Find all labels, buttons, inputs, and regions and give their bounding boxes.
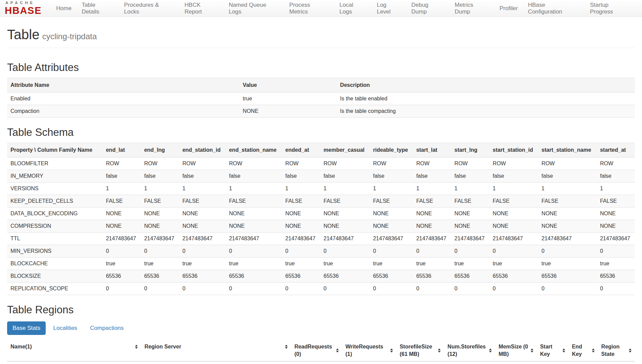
regions-column-label: Num.Storefiles (12) [447,343,488,358]
sort-up-arrow-icon [531,348,533,350]
region-cell [569,361,598,364]
sort-down-arrow-icon [438,351,441,353]
schema-heading: Table Schema [7,126,635,139]
attributes-column-attribute-name: Attribute Name [7,78,239,93]
regions-column-num-storefiles-12[interactable]: Num.Storefiles (12) [444,340,495,361]
regions-column-label: StorefileSize (61 MB) [400,343,437,358]
regions-column-readrequests-0[interactable]: ReadRequests (0) [291,340,342,361]
schema-cell: 65536 [538,270,597,283]
schema-cell: NONE [179,208,226,220]
schema-cell: NONE [451,208,489,220]
sort-up-arrow-icon [285,345,288,346]
schema-property: TTL [7,233,103,245]
region-cell: 0 MB [495,361,537,364]
schema-cell: 65536 [413,270,451,283]
regions-column-memsize-0-mb[interactable]: MemSize (0 MB) [495,340,537,361]
sort-icon [390,348,393,353]
region-row: cycling-tripdata,,1719475156245.e95d0a13… [7,361,635,364]
attribute-cell: Is the table enabled [337,93,635,105]
schema-cell: 65536 [451,270,489,283]
sort-down-arrow-icon [135,347,138,349]
page-subtitle: cycling-tripdata [42,32,97,41]
attribute-cell: true [239,93,337,105]
nav-item-home[interactable]: Home [51,0,76,17]
schema-column-end-lng: end_lng [141,143,179,157]
regions-column-region-server[interactable]: Region Server [141,340,291,361]
schema-cell: NONE [141,220,179,233]
schema-cell: 0 [489,283,538,295]
tab-base-stats[interactable]: Base Stats [7,321,46,335]
schema-cell: ROW [413,157,451,170]
schema-cell: 0 [370,283,413,295]
nav-item-log-level[interactable]: Log Level [372,0,406,17]
schema-cell: 0 [103,283,141,295]
schema-cell: 2147483647 [141,233,179,245]
regions-column-end-key[interactable]: End Key [569,340,598,361]
schema-cell: false [282,170,320,183]
sort-icon [531,348,533,353]
schema-cell: FALSE [538,195,597,208]
schema-row: BLOCKSIZE6553665536655366553665536655366… [7,270,635,283]
schema-cell: NONE [538,220,597,233]
sort-icon [285,345,288,349]
schema-cell: 1 [370,183,413,195]
schema-cell: 65536 [489,270,538,283]
schema-cell: NONE [226,208,282,220]
attributes-column-value: Value [239,78,337,93]
attributes-table: Attribute NameValueDescription Enabledtr… [7,78,635,118]
tab-compactions[interactable]: Compactions [85,321,129,335]
schema-cell: 0 [141,245,179,258]
nav-item-debug-dump[interactable]: Debug Dump [406,0,450,17]
sort-up-arrow-icon [592,348,595,350]
nav-item-metrics-dump[interactable]: Metrics Dump [449,0,494,17]
nav-item-startup-progress[interactable]: Startup Progress [585,0,637,17]
schema-cell: 2147483647 [597,233,635,245]
schema-cell: 0 [103,245,141,258]
schema-cell: NONE [141,208,179,220]
schema-cell: false [103,170,141,183]
sort-up-arrow-icon [336,348,339,350]
nav-item-hbase-configuration[interactable]: HBase Configuration [523,0,585,17]
schema-cell: NONE [320,208,370,220]
sort-icon [135,345,138,349]
tab-localities[interactable]: Localities [48,321,83,335]
schema-cell: 0 [226,283,282,295]
schema-cell: 65536 [103,270,141,283]
nav-item-process-metrics[interactable]: Process Metrics [284,0,334,17]
schema-cell: false [451,170,489,183]
hbase-logo[interactable]: APACHE HBASE [5,1,42,16]
schema-cell: true [226,258,282,270]
schema-cell: 0 [597,245,635,258]
schema-property: BLOCKSIZE [7,270,103,283]
schema-row: DATA_BLOCK_ENCODINGNONENONENONENONENONEN… [7,208,635,220]
schema-row: KEEP_DELETED_CELLSFALSEFALSEFALSEFALSEFA… [7,195,635,208]
schema-cell: ROW [370,157,413,170]
schema-cell: 0 [451,283,489,295]
nav-item-local-logs[interactable]: Local Logs [334,0,372,17]
attribute-row: EnabledtrueIs the table enabled [7,93,635,105]
nav-item-named-queue-logs[interactable]: Named Queue Logs [224,0,284,17]
regions-column-storefilesize-61-mb[interactable]: StorefileSize (61 MB) [396,340,444,361]
schema-property: REPLICATION_SCOPE [7,283,103,295]
schema-cell: 0 [179,245,226,258]
schema-cell: ROW [103,157,141,170]
nav-item-hbck-report[interactable]: HBCK Report [179,0,224,17]
schema-cell: NONE [226,220,282,233]
nav-item-profiler[interactable]: Profiler [494,0,523,17]
schema-cell: NONE [451,220,489,233]
schema-column-end-station-id: end_station_id [179,143,226,157]
regions-column-region-state[interactable]: Region State [598,340,635,361]
regions-column-start-key[interactable]: Start Key [537,340,569,361]
nav-item-procedures-locks[interactable]: Procedures & Locks [119,0,180,17]
nav-item-table-details[interactable]: Table Details [76,0,119,17]
schema-cell: 0 [451,245,489,258]
schema-cell: true [597,258,635,270]
schema-cell: 2147483647 [226,233,282,245]
regions-column-writerequests-1[interactable]: WriteRequests (1) [342,340,396,361]
sort-down-arrow-icon [285,347,288,349]
schema-cell: false [538,170,597,183]
schema-cell: 2147483647 [370,233,413,245]
schema-column-end-station-name: end_station_name [226,143,282,157]
sort-up-arrow-icon [629,348,632,350]
regions-column-name-1[interactable]: Name(1) [7,340,141,361]
